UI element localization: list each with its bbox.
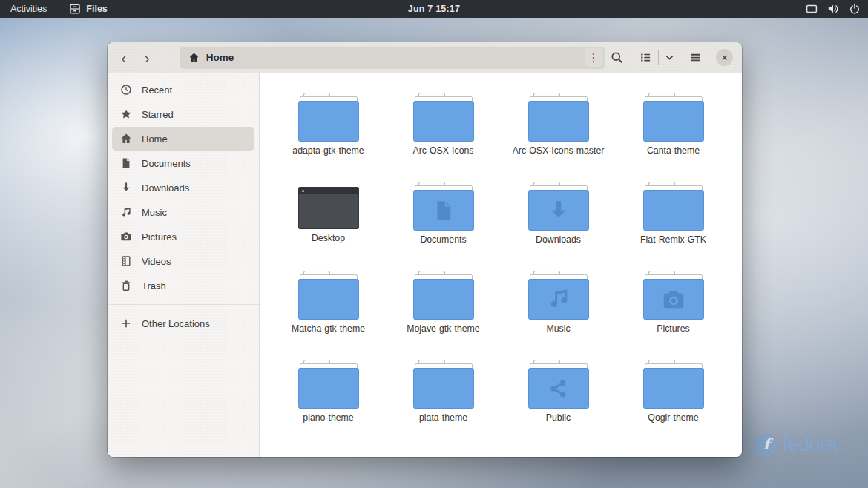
- file-label: adapta-gtk-theme: [280, 145, 378, 156]
- back-button[interactable]: ‹: [112, 46, 135, 70]
- download-icon: [120, 182, 132, 194]
- folder-icon: [643, 93, 704, 142]
- file-label: Public: [510, 412, 608, 423]
- sidebar-item-downloads[interactable]: Downloads: [112, 176, 254, 200]
- sidebar-list: Recent Starred Home Documents Downloads …: [108, 78, 259, 297]
- sidebar-item-label: Starred: [142, 109, 174, 120]
- plus-icon: [120, 317, 132, 329]
- sidebar-item-label: Home: [142, 133, 168, 145]
- file-Matcha-gtk-theme[interactable]: Matcha-gtk-theme: [271, 271, 386, 349]
- hamburger-menu-button[interactable]: [684, 46, 707, 70]
- file-label: Arc-OSX-Icons-master: [510, 145, 608, 156]
- document-icon: [120, 157, 132, 169]
- file-view: adapta-gtk-theme Arc-OSX-Icons Arc-OSX-I…: [260, 73, 742, 457]
- divider: [658, 50, 659, 65]
- home-icon: [188, 52, 200, 63]
- file-Flat-Remix-GTK[interactable]: Flat-Remix-GTK: [616, 182, 731, 260]
- sidebar-item-label: Music: [142, 207, 167, 218]
- file-label: Flat-Remix-GTK: [625, 234, 723, 245]
- file-Public[interactable]: Public: [501, 360, 616, 438]
- sidebar-item-home[interactable]: Home: [112, 127, 254, 151]
- file-Documents[interactable]: Documents: [386, 182, 501, 260]
- file-label: Arc-OSX-Icons: [395, 145, 493, 156]
- folder-icon: [298, 93, 359, 142]
- folder-emblem-icon: [431, 198, 456, 223]
- file-Pictures[interactable]: Pictures: [616, 271, 731, 349]
- sidebar-item-label: Trash: [142, 280, 166, 291]
- file-label: Pictures: [625, 323, 723, 334]
- clock-button[interactable]: Jun 7 15:17: [408, 4, 460, 14]
- fedora-logo: f fedora: [755, 433, 838, 456]
- forward-button[interactable]: ›: [135, 46, 158, 70]
- sidebar-item-label: Downloads: [142, 182, 189, 194]
- sidebar-item-trash[interactable]: Trash: [112, 274, 254, 297]
- search-button[interactable]: [605, 46, 628, 70]
- file-Qogir-theme[interactable]: Qogir-theme: [616, 360, 731, 438]
- path-bar[interactable]: Home ⋮: [180, 47, 605, 69]
- file-adapta-gtk-theme[interactable]: adapta-gtk-theme: [271, 93, 386, 171]
- activities-button[interactable]: Activities: [7, 4, 50, 14]
- sidebar-item-videos[interactable]: Videos: [112, 249, 254, 273]
- file-plata-theme[interactable]: plata-theme: [386, 360, 501, 438]
- folder-icon: [298, 360, 359, 409]
- camera-icon: [120, 231, 132, 243]
- folder-icon: [528, 93, 589, 142]
- file-label: Downloads: [510, 234, 608, 245]
- app-menu-files[interactable]: Files: [69, 3, 108, 15]
- file-label: plata-theme: [395, 412, 493, 423]
- home-icon: [120, 133, 132, 145]
- list-view-button[interactable]: [636, 46, 657, 70]
- file-label: Music: [510, 323, 608, 334]
- film-icon: [120, 255, 132, 267]
- display-icon[interactable]: [806, 3, 818, 15]
- app-menu-label: Files: [86, 4, 108, 14]
- file-Arc-OSX-Icons[interactable]: Arc-OSX-Icons: [386, 93, 501, 171]
- sidebar-item-other-locations[interactable]: Other Locations: [112, 311, 254, 335]
- system-status-area[interactable]: [806, 3, 868, 15]
- desktop-icon: [298, 187, 359, 229]
- file-Mojave-gtk-theme[interactable]: Mojave-gtk-theme: [386, 271, 501, 349]
- close-button[interactable]: ×: [716, 49, 733, 66]
- sidebar-item-label: Recent: [142, 85, 172, 96]
- folder-emblem-icon: [546, 287, 571, 312]
- view-options-button[interactable]: [660, 46, 680, 70]
- sidebar-item-label: Other Locations: [142, 318, 210, 329]
- folder-icon: [413, 360, 474, 409]
- file-Canta-theme[interactable]: Canta-theme: [616, 93, 731, 171]
- trash-icon: [120, 280, 132, 291]
- file-label: plano-theme: [280, 412, 378, 423]
- folder-icon: [413, 271, 474, 320]
- sidebar: Recent Starred Home Documents Downloads …: [108, 73, 260, 457]
- power-icon[interactable]: [849, 3, 861, 15]
- folder-emblem-icon: [546, 198, 571, 223]
- file-label: Matcha-gtk-theme: [280, 323, 378, 334]
- folder-icon: [298, 271, 359, 320]
- folder-icon: [643, 271, 704, 320]
- list-view-icon: [640, 51, 652, 64]
- file-Music[interactable]: Music: [501, 271, 616, 349]
- sidebar-item-label: Pictures: [142, 231, 177, 243]
- files-app-icon: [69, 3, 81, 15]
- sidebar-item-documents[interactable]: Documents: [112, 151, 254, 175]
- sidebar-item-recent[interactable]: Recent: [112, 78, 254, 102]
- sidebar-item-label: Documents: [142, 158, 191, 169]
- file-grid: adapta-gtk-theme Arc-OSX-Icons Arc-OSX-I…: [271, 93, 742, 438]
- sidebar-item-music[interactable]: Music: [112, 200, 254, 224]
- sidebar-item-starred[interactable]: Starred: [112, 102, 254, 126]
- file-label: Qogir-theme: [625, 412, 723, 423]
- file-label: Mojave-gtk-theme: [395, 323, 493, 334]
- file-plano-theme[interactable]: plano-theme: [271, 360, 386, 438]
- chevron-down-icon: [664, 52, 675, 63]
- folder-icon: [528, 271, 589, 320]
- file-Downloads[interactable]: Downloads: [501, 182, 616, 260]
- volume-icon[interactable]: [827, 3, 839, 15]
- file-Arc-OSX-Icons-master[interactable]: Arc-OSX-Icons-master: [501, 93, 616, 171]
- file-label: Desktop: [280, 233, 378, 244]
- folder-icon: [528, 182, 589, 231]
- star-icon: [120, 108, 132, 120]
- folder-icon: [413, 182, 474, 231]
- sidebar-item-pictures[interactable]: Pictures: [112, 225, 254, 248]
- sidebar-item-label: Videos: [142, 256, 171, 267]
- file-Desktop[interactable]: Desktop: [271, 182, 386, 260]
- location-menu-kebab-icon[interactable]: ⋮: [585, 48, 603, 67]
